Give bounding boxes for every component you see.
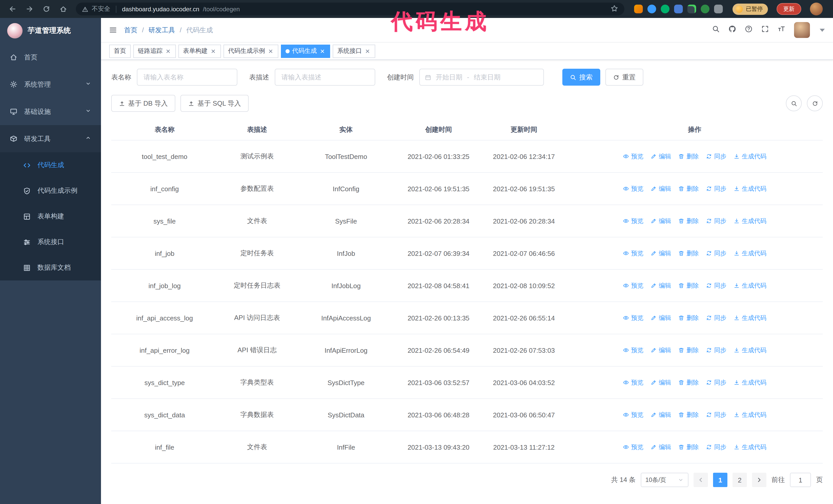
- sync-link[interactable]: 同步: [706, 249, 727, 258]
- page-button-1[interactable]: 1: [713, 473, 728, 487]
- fullscreen-icon[interactable]: [761, 25, 769, 35]
- close-icon[interactable]: [268, 48, 274, 54]
- sync-link[interactable]: 同步: [706, 443, 727, 452]
- import-sql-button[interactable]: 基于 SQL 导入: [181, 95, 249, 112]
- tab-codegen-example[interactable]: 代码生成示例: [223, 44, 278, 58]
- delete-link[interactable]: 删除: [678, 249, 699, 258]
- edit-link[interactable]: 编辑: [650, 443, 671, 452]
- browser-extension-icon[interactable]: [687, 5, 696, 13]
- edit-link[interactable]: 编辑: [650, 314, 671, 322]
- delete-link[interactable]: 删除: [678, 346, 699, 355]
- puzzle-extension-icon[interactable]: [714, 5, 723, 13]
- preview-link[interactable]: 预览: [623, 152, 643, 161]
- generate-code-link[interactable]: 生成代码: [734, 249, 766, 258]
- close-icon[interactable]: [364, 48, 371, 54]
- sync-link[interactable]: 同步: [706, 184, 727, 193]
- table-desc-input[interactable]: [275, 69, 375, 86]
- delete-link[interactable]: 删除: [678, 281, 699, 290]
- sidebar-item-form-builder[interactable]: 表单构建: [0, 203, 101, 229]
- next-page-button[interactable]: [752, 473, 766, 487]
- edit-link[interactable]: 编辑: [650, 281, 671, 290]
- edit-link[interactable]: 编辑: [650, 410, 671, 419]
- sync-link[interactable]: 同步: [706, 152, 727, 161]
- sync-link[interactable]: 同步: [706, 346, 727, 355]
- github-icon[interactable]: [729, 25, 736, 35]
- edit-link[interactable]: 编辑: [650, 378, 671, 387]
- delete-link[interactable]: 删除: [678, 184, 699, 193]
- browser-back-button[interactable]: [6, 3, 19, 15]
- tab-codegen[interactable]: 代码生成: [281, 44, 330, 58]
- browser-reload-button[interactable]: [40, 3, 52, 15]
- edit-link[interactable]: 编辑: [650, 152, 671, 161]
- preview-link[interactable]: 预览: [623, 281, 643, 290]
- caret-down-icon[interactable]: [820, 28, 825, 31]
- sidebar-item-codegen[interactable]: 代码生成: [0, 152, 101, 178]
- browser-extension-icon[interactable]: [647, 5, 656, 13]
- sidebar-item-infrastructure[interactable]: 基础设施: [0, 98, 101, 125]
- sync-link[interactable]: 同步: [706, 281, 727, 290]
- delete-link[interactable]: 删除: [678, 443, 699, 452]
- sync-link[interactable]: 同步: [706, 217, 727, 225]
- url-bar[interactable]: 不安全 dashboard.yudao.iocoder.cn/tool/code…: [76, 3, 624, 16]
- help-icon[interactable]: [745, 25, 753, 35]
- delete-link[interactable]: 删除: [678, 378, 699, 387]
- delete-link[interactable]: 删除: [678, 314, 699, 322]
- prev-page-button[interactable]: [694, 473, 708, 487]
- generate-code-link[interactable]: 生成代码: [734, 184, 766, 193]
- tab-home[interactable]: 首页: [109, 44, 131, 58]
- preview-link[interactable]: 预览: [623, 443, 643, 452]
- hamburger-icon[interactable]: [109, 26, 117, 34]
- sync-link[interactable]: 同步: [706, 378, 727, 387]
- browser-forward-button[interactable]: [23, 3, 35, 15]
- sync-link[interactable]: 同步: [706, 410, 727, 419]
- date-range-picker[interactable]: 开始日期 - 结束日期: [419, 69, 544, 86]
- delete-link[interactable]: 删除: [678, 217, 699, 225]
- tab-form-builder[interactable]: 表单构建: [178, 44, 221, 58]
- user-avatar[interactable]: [794, 22, 810, 38]
- toggle-search-button[interactable]: [786, 95, 802, 111]
- generate-code-link[interactable]: 生成代码: [734, 443, 766, 452]
- close-icon[interactable]: [165, 48, 171, 54]
- delete-link[interactable]: 删除: [678, 152, 699, 161]
- browser-home-button[interactable]: [57, 3, 69, 15]
- edit-link[interactable]: 编辑: [650, 217, 671, 225]
- search-icon[interactable]: [712, 25, 720, 35]
- browser-extension-icon[interactable]: [634, 5, 643, 13]
- edit-link[interactable]: 编辑: [650, 184, 671, 193]
- sidebar-item-db-doc[interactable]: 数据库文档: [0, 255, 101, 281]
- browser-extension-icon[interactable]: [674, 5, 683, 13]
- browser-extension-icon[interactable]: [661, 5, 669, 13]
- generate-code-link[interactable]: 生成代码: [734, 410, 766, 419]
- preview-link[interactable]: 预览: [623, 410, 643, 419]
- sidebar-logo[interactable]: 芋道管理系统: [0, 18, 101, 44]
- edit-link[interactable]: 编辑: [650, 249, 671, 258]
- delete-link[interactable]: 删除: [678, 410, 699, 419]
- goto-page-input[interactable]: [790, 473, 811, 487]
- preview-link[interactable]: 预览: [623, 346, 643, 355]
- generate-code-link[interactable]: 生成代码: [734, 378, 766, 387]
- browser-update-button[interactable]: 更新: [777, 3, 801, 15]
- preview-link[interactable]: 预览: [623, 217, 643, 225]
- close-icon[interactable]: [210, 48, 216, 54]
- generate-code-link[interactable]: 生成代码: [734, 217, 766, 225]
- generate-code-link[interactable]: 生成代码: [734, 346, 766, 355]
- sidebar-item-dev-tools[interactable]: 研发工具: [0, 125, 101, 152]
- sidebar-item-system[interactable]: 系统管理: [0, 71, 101, 98]
- breadcrumb-item[interactable]: 首页: [124, 25, 137, 34]
- table-name-input[interactable]: [137, 69, 237, 86]
- import-db-button[interactable]: 基于 DB 导入: [111, 95, 175, 112]
- browser-profile-avatar[interactable]: [810, 3, 823, 16]
- sidebar-item-home[interactable]: 首页: [0, 44, 101, 71]
- reset-button[interactable]: 重置: [605, 69, 643, 86]
- preview-link[interactable]: 预览: [623, 184, 643, 193]
- paused-badge[interactable]: 已暂停: [733, 3, 768, 15]
- breadcrumb-item[interactable]: 研发工具: [148, 25, 175, 34]
- preview-link[interactable]: 预览: [623, 249, 643, 258]
- refresh-table-button[interactable]: [807, 95, 823, 111]
- generate-code-link[interactable]: 生成代码: [734, 152, 766, 161]
- generate-code-link[interactable]: 生成代码: [734, 314, 766, 322]
- sidebar-item-system-api[interactable]: 系统接口: [0, 229, 101, 255]
- sync-link[interactable]: 同步: [706, 314, 727, 322]
- page-size-select[interactable]: 10条/页: [641, 473, 688, 487]
- tab-system-api[interactable]: 系统接口: [333, 44, 375, 58]
